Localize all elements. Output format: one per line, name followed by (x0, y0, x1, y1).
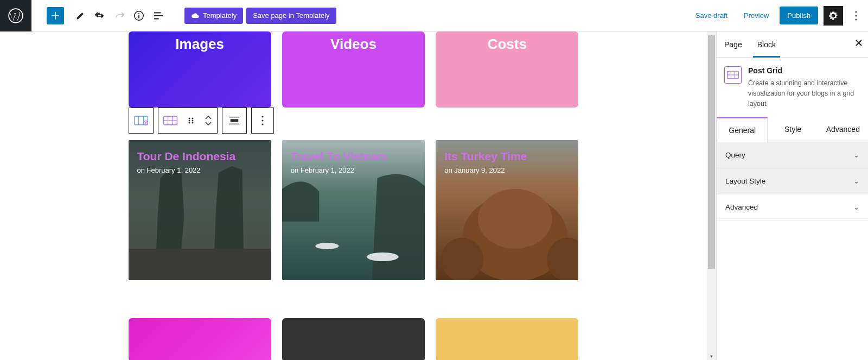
parent-block-button[interactable] (129, 108, 153, 133)
panel-tab-style[interactable]: Style (768, 117, 818, 142)
list-icon (152, 10, 164, 22)
post-date: on February 1, 2022 (291, 166, 416, 174)
block-more-button[interactable] (252, 108, 273, 133)
svg-point-24 (261, 116, 263, 117)
stub-tile[interactable] (282, 318, 425, 360)
grid-icon (727, 71, 739, 79)
svg-point-35 (441, 238, 483, 280)
close-sidebar-button[interactable] (855, 38, 863, 49)
move-up-button[interactable] (205, 115, 212, 121)
editor-topbar: Templately Save page in Templately Save … (0, 0, 868, 31)
tab-page[interactable]: Page (717, 31, 750, 57)
post-card[interactable]: Travel To Vietnam on February 1, 2022 (282, 140, 425, 280)
settings-sidebar: Page Block Post Grid Create a stunning a… (716, 31, 868, 360)
topbar-right: Save draft Preview Publish (690, 6, 868, 26)
chevron-down-icon: ⌄ (853, 177, 859, 185)
plus-icon (50, 10, 61, 21)
svg-point-6 (855, 18, 857, 20)
scroll-down-arrow[interactable]: ▾ (707, 352, 716, 360)
svg-point-17 (188, 120, 190, 122)
save-draft-button[interactable]: Save draft (690, 7, 733, 24)
tile-images[interactable]: Images (129, 31, 271, 108)
move-down-button[interactable] (205, 121, 212, 126)
kebab-icon (855, 11, 857, 21)
panel-layout-style[interactable]: Layout Style⌄ (717, 168, 868, 194)
preview-button[interactable]: Preview (738, 7, 774, 24)
post-card[interactable]: Its Turkey Time on January 9, 2022 (436, 140, 578, 280)
scrollbar[interactable]: ▴ ▾ (707, 31, 716, 360)
panel-tab-general[interactable]: General (717, 117, 768, 142)
svg-point-26 (261, 123, 263, 125)
publish-button[interactable]: Publish (780, 7, 818, 24)
post-date: on February 1, 2022 (137, 166, 263, 174)
outline-button[interactable] (149, 6, 168, 26)
info-icon (133, 10, 145, 22)
save-page-templately-label: Save page in Templately (253, 11, 329, 20)
panel-advanced[interactable]: Advanced⌄ (717, 194, 868, 220)
post-grid-block[interactable]: Tour De Indonesia on February 1, 2022 Tr… (129, 140, 579, 280)
chevron-down-icon (205, 121, 212, 125)
svg-point-15 (188, 118, 190, 119)
sidebar-tabs: Page Block (717, 31, 868, 58)
tile-videos[interactable]: Videos (282, 31, 425, 108)
more-options-button[interactable] (848, 6, 864, 26)
svg-point-19 (188, 122, 190, 124)
svg-rect-3 (138, 15, 139, 18)
tile-label: Images (175, 36, 224, 53)
svg-point-5 (855, 15, 857, 16)
editor-canvas: Images Videos Costs (0, 31, 707, 360)
templately-button[interactable]: Templately (184, 8, 243, 24)
svg-point-2 (138, 13, 139, 14)
templately-label: Templately (203, 11, 237, 20)
drag-handle[interactable] (182, 108, 200, 133)
block-description: Create a stunning and interactive visual… (748, 78, 860, 109)
info-button[interactable] (129, 6, 149, 26)
add-block-button[interactable] (47, 7, 64, 24)
svg-point-4 (855, 11, 857, 12)
post-title: Tour De Indonesia (137, 150, 263, 163)
drag-icon (187, 117, 195, 124)
tile-label: Videos (330, 36, 376, 53)
settings-button[interactable] (824, 6, 843, 26)
cloud-icon (191, 11, 200, 20)
svg-point-25 (261, 119, 263, 121)
close-icon (855, 39, 863, 47)
tab-block[interactable]: Block (750, 31, 783, 57)
block-toolbar (129, 108, 274, 134)
svg-point-30 (315, 243, 339, 249)
redo-icon (113, 10, 125, 22)
topbar-left-tools: Templately Save page in Templately (31, 6, 336, 26)
tile-row: Images Videos Costs (129, 31, 579, 108)
block-name: Post Grid (748, 66, 860, 75)
scrollbar-thumb[interactable] (708, 35, 715, 269)
block-card: Post Grid Create a stunning and interact… (717, 58, 868, 117)
undo-button[interactable] (90, 6, 110, 26)
panel-label: Query (725, 151, 745, 159)
stub-tile[interactable] (129, 318, 271, 360)
panel-query[interactable]: Query⌄ (717, 142, 868, 168)
stub-tile[interactable] (436, 318, 578, 360)
gear-icon (828, 10, 839, 21)
tile-costs[interactable]: Costs (436, 31, 578, 108)
panel-label: Layout Style (725, 177, 765, 185)
block-type-button[interactable] (158, 108, 182, 133)
wordpress-logo-button[interactable] (0, 0, 31, 31)
svg-point-31 (367, 252, 399, 261)
svg-point-20 (192, 122, 193, 124)
edit-tool-button[interactable] (71, 6, 90, 26)
post-title: Its Turkey Time (444, 150, 570, 163)
post-card[interactable]: Tour De Indonesia on February 1, 2022 (129, 140, 271, 280)
block-type-icon (724, 66, 742, 84)
stub-row (129, 318, 579, 360)
pencil-icon (75, 10, 86, 21)
undo-icon (94, 10, 106, 22)
chevron-down-icon: ⌄ (853, 203, 859, 211)
panel-label: Advanced (725, 203, 758, 211)
post-title: Travel To Vietnam (291, 150, 416, 163)
svg-point-18 (192, 120, 193, 122)
save-page-templately-button[interactable]: Save page in Templately (246, 8, 336, 24)
redo-button (110, 6, 129, 26)
align-button[interactable] (222, 108, 246, 133)
panel-tab-advanced[interactable]: Advanced (818, 117, 868, 142)
svg-point-33 (462, 194, 568, 280)
